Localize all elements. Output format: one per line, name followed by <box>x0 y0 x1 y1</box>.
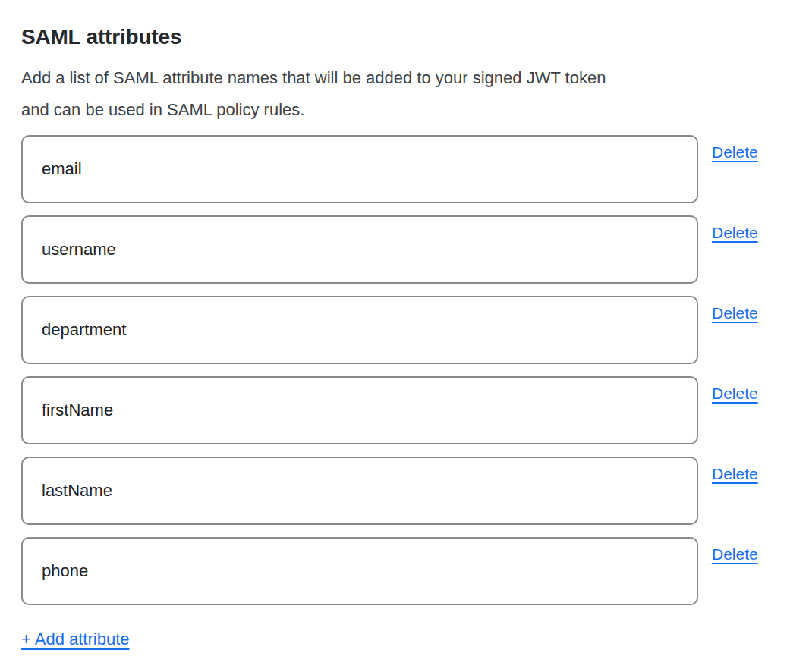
attribute-input[interactable] <box>21 135 698 203</box>
attribute-row: Delete <box>21 215 809 284</box>
attribute-input[interactable] <box>21 296 698 364</box>
saml-attributes-section: SAML attributes Add a list of SAML attri… <box>0 0 809 672</box>
attribute-input[interactable] <box>21 457 698 525</box>
delete-link[interactable]: Delete <box>712 143 758 162</box>
attribute-row: Delete <box>21 296 809 364</box>
section-description-line2: and can be used in SAML policy rules. <box>21 94 809 126</box>
attribute-input[interactable] <box>21 537 698 605</box>
delete-link[interactable]: Delete <box>712 384 758 404</box>
attribute-row: Delete <box>21 376 809 444</box>
delete-link[interactable]: Delete <box>712 545 758 564</box>
attribute-row: Delete <box>21 537 809 605</box>
attribute-row: Delete <box>21 135 809 203</box>
attribute-input[interactable] <box>21 376 698 444</box>
section-description: Add a list of SAML attribute names that … <box>21 62 809 126</box>
section-title: SAML attributes <box>21 25 809 49</box>
attribute-input[interactable] <box>21 215 698 284</box>
attribute-row: Delete <box>21 457 809 525</box>
attribute-list: Delete Delete Delete Delete Delete Delet… <box>21 135 809 605</box>
delete-link[interactable]: Delete <box>712 223 758 243</box>
section-description-line1: Add a list of SAML attribute names that … <box>21 62 809 94</box>
delete-link[interactable]: Delete <box>712 303 758 323</box>
add-attribute-link[interactable]: + Add attribute <box>21 629 130 649</box>
delete-link[interactable]: Delete <box>712 464 758 484</box>
